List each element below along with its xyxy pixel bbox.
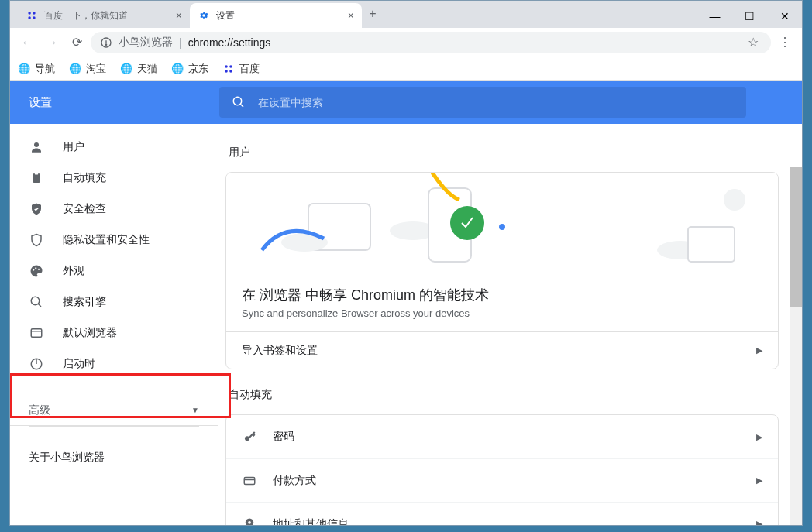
svg-rect-21 [31, 329, 42, 338]
sidebar-advanced-toggle[interactable]: 高级 ▼ [10, 395, 218, 426]
svg-point-13 [34, 142, 39, 147]
power-icon [29, 357, 44, 371]
settings-main: 用户 [218, 124, 802, 525]
scrollbar[interactable] [790, 167, 802, 525]
back-button[interactable]: ← [16, 32, 38, 53]
toolbar: ← → ⟳ 小鸟浏览器 | chrome://settings ☆ ⋮ [10, 28, 802, 57]
svg-point-17 [35, 267, 36, 269]
site-info-icon[interactable] [100, 36, 112, 49]
svg-point-7 [225, 65, 228, 68]
close-icon[interactable]: × [176, 9, 182, 22]
close-window-button[interactable]: ✕ [767, 5, 802, 28]
title-bar: 百度一下，你就知道 × 设置 × + — ☐ ✕ [10, 1, 802, 28]
omnibox[interactable]: 小鸟浏览器 | chrome://settings ☆ [91, 32, 771, 53]
import-bookmarks-row[interactable]: 导入书签和设置 ▶ [226, 331, 778, 369]
svg-line-12 [240, 104, 243, 107]
browser-icon [29, 326, 44, 340]
person-icon [29, 140, 44, 154]
settings-search[interactable] [219, 87, 746, 118]
user-card: 在 浏览器 中畅享 Chromium 的智能技术 Sync and person… [225, 172, 779, 369]
main-menu-button[interactable]: ⋮ [774, 32, 796, 53]
sidebar-item-default-browser[interactable]: 默认浏览器 [10, 317, 218, 348]
forward-button[interactable]: → [41, 32, 63, 53]
sidebar-item-autofill[interactable]: 自动填充 [10, 163, 218, 194]
svg-point-8 [229, 65, 232, 68]
search-icon [232, 95, 246, 109]
svg-point-34 [245, 436, 249, 441]
svg-point-11 [233, 97, 242, 105]
svg-point-19 [31, 297, 40, 305]
bookmark-tmall[interactable]: 🌐天猫 [120, 62, 157, 76]
settings-search-input[interactable] [258, 96, 734, 108]
browser-tab-baidu[interactable]: 百度一下，你就知道 × [18, 3, 190, 28]
new-tab-button[interactable]: + [362, 3, 384, 25]
chevron-right-icon: ▶ [756, 475, 762, 486]
hero-subtitle: Sync and personalize Browser across your… [242, 307, 762, 319]
svg-point-6 [105, 44, 106, 45]
svg-rect-32 [688, 227, 735, 262]
bookmark-baidu[interactable]: 百度 [222, 62, 260, 76]
palette-icon [29, 264, 44, 278]
chevron-down-icon: ▼ [191, 406, 199, 414]
hero-title: 在 浏览器 中畅享 Chromium 的智能技术 [242, 286, 762, 304]
reload-button[interactable]: ⟳ [66, 32, 88, 53]
bookmark-nav[interactable]: 🌐导航 [18, 62, 55, 76]
globe-icon: 🌐 [120, 63, 132, 75]
svg-rect-35 [244, 477, 255, 484]
bookmark-taobao[interactable]: 🌐淘宝 [69, 62, 106, 76]
key-icon [242, 430, 257, 444]
search-icon [29, 295, 44, 309]
omnibox-url: chrome://settings [188, 36, 271, 49]
chevron-right-icon: ▶ [756, 432, 762, 442]
svg-rect-15 [35, 173, 39, 175]
svg-point-3 [33, 16, 36, 19]
svg-point-30 [499, 224, 505, 230]
card-icon [242, 474, 257, 488]
svg-point-29 [450, 206, 484, 240]
sidebar-item-user[interactable]: 用户 [10, 132, 218, 163]
sidebar-item-privacy[interactable]: 隐私设置和安全性 [10, 225, 218, 256]
svg-rect-14 [33, 173, 40, 183]
bookmark-jd[interactable]: 🌐京东 [171, 62, 208, 76]
tab-title: 设置 [216, 9, 342, 22]
minimize-button[interactable]: — [697, 5, 732, 28]
autofill-payment-row[interactable]: 付款方式 ▶ [226, 458, 778, 502]
globe-icon: 🌐 [18, 63, 30, 75]
browser-tab-settings[interactable]: 设置 × [190, 3, 362, 28]
divider [29, 426, 199, 427]
section-title-user: 用户 [229, 146, 779, 160]
svg-line-20 [38, 304, 41, 307]
autofill-card: 密码 ▶ 付款方式 ▶ 地址和其他信息 ▶ [225, 414, 779, 525]
chevron-right-icon: ▶ [756, 345, 762, 355]
bookmark-star-icon[interactable]: ☆ [745, 35, 762, 50]
sidebar-item-startup[interactable]: 启动时 [10, 348, 218, 379]
settings-title: 设置 [10, 95, 219, 110]
bookmarks-bar: 🌐导航 🌐淘宝 🌐天猫 🌐京东 百度 [10, 57, 802, 81]
svg-point-9 [225, 70, 228, 73]
sidebar-about[interactable]: 关于小鸟浏览器 [10, 442, 218, 473]
tab-title: 百度一下，你就知道 [44, 9, 170, 22]
baidu-icon [222, 63, 235, 75]
globe-icon: 🌐 [171, 63, 184, 75]
maximize-button[interactable]: ☐ [732, 5, 767, 28]
sidebar-item-safety[interactable]: 安全检查 [10, 194, 218, 225]
svg-point-10 [229, 70, 232, 73]
svg-point-1 [33, 12, 36, 15]
svg-point-0 [28, 12, 31, 15]
clipboard-icon [29, 171, 44, 185]
settings-sidebar: 用户 自动填充 安全检查 隐私设置和安全性 外观 搜索引擎 默认浏览器 启动时 … [10, 124, 218, 525]
close-icon[interactable]: × [348, 9, 354, 22]
settings-header: 设置 [10, 81, 802, 124]
svg-point-37 [248, 520, 251, 523]
autofill-passwords-row[interactable]: 密码 ▶ [226, 415, 778, 458]
svg-point-2 [28, 16, 31, 19]
autofill-addresses-row[interactable]: 地址和其他信息 ▶ [226, 502, 778, 525]
svg-point-33 [724, 189, 745, 211]
chevron-right-icon: ▶ [756, 519, 762, 525]
sidebar-item-appearance[interactable]: 外观 [10, 256, 218, 287]
scrollbar-thumb[interactable] [790, 167, 802, 307]
location-icon [242, 517, 257, 526]
svg-point-18 [38, 269, 40, 270]
sidebar-item-search[interactable]: 搜索引擎 [10, 287, 218, 317]
globe-icon: 🌐 [69, 63, 81, 75]
